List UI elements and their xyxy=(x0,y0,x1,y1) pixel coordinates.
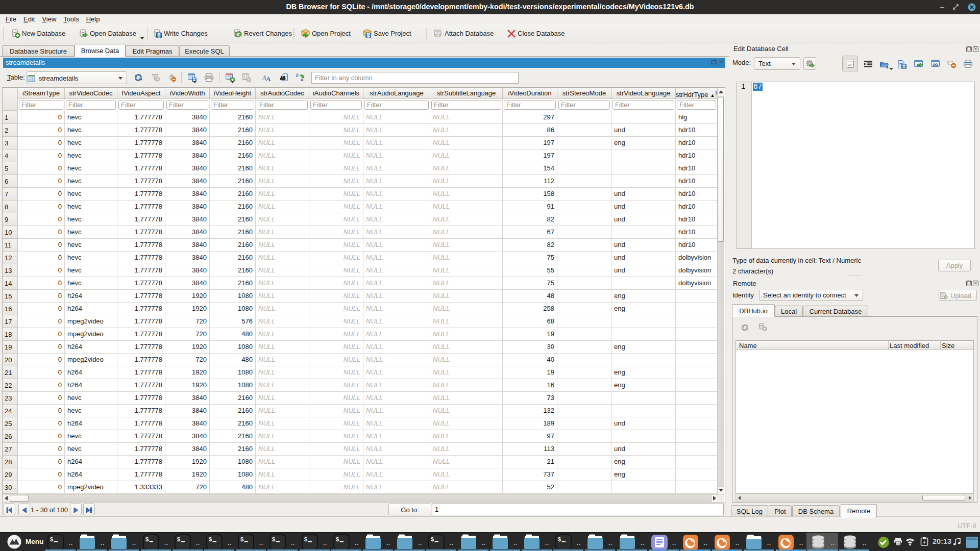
svg-text:$: $ xyxy=(558,536,561,542)
svg-text:b: b xyxy=(296,73,299,78)
svg-text:$: $ xyxy=(336,536,339,542)
svg-text:$: $ xyxy=(177,536,180,542)
svg-text:$: $ xyxy=(272,536,275,542)
svg-text:$: $ xyxy=(304,536,307,542)
svg-text:$: $ xyxy=(240,536,243,542)
svg-text:A: A xyxy=(266,75,271,82)
svg-text:$: $ xyxy=(145,536,149,542)
svg-text:$: $ xyxy=(209,536,212,542)
svg-text:$: $ xyxy=(50,536,53,542)
svg-text:$: $ xyxy=(431,536,434,542)
